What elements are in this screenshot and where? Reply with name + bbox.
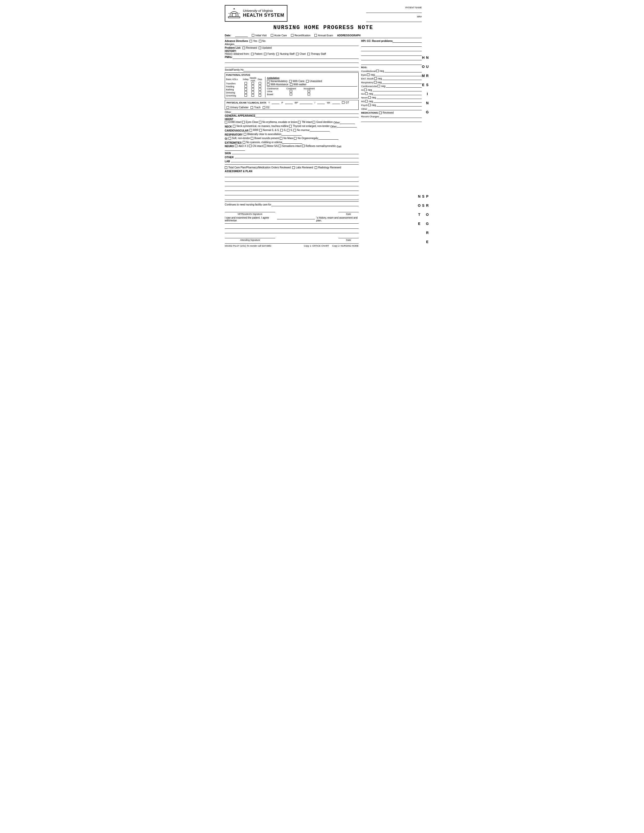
ros-ent-cb[interactable] [374,77,377,80]
total-care-plan-option[interactable]: Total Care Plan/Pharmacy/Medication Orde… [225,166,291,169]
amb-with-assistance-cb[interactable] [267,83,269,86]
source-patient[interactable]: Patient [251,53,262,55]
problem-reviewed[interactable]: Reviewed [242,47,257,49]
assessment-plan-line2[interactable] [225,178,359,182]
hpi-line5[interactable] [361,61,422,65]
amb-unassisted[interactable]: Unassisted [306,80,322,82]
source-family[interactable]: Family [264,53,275,55]
thyroid-cb[interactable] [289,125,292,127]
other-exam-field[interactable] [235,155,359,158]
source-nursing[interactable]: Nursing Staff [276,53,295,55]
general-appearance-field[interactable] [255,114,359,117]
ros-cardiovascular-cb[interactable] [378,85,380,87]
ros-psych-cb[interactable] [368,104,371,106]
amb-with-walker-cb[interactable] [290,83,293,86]
ros-ms-cb[interactable] [365,100,368,103]
ros-cardiovascular-field[interactable] [386,85,422,88]
date-input[interactable] [235,34,248,37]
np-sig-line[interactable] [225,208,275,212]
visit-initial[interactable]: Initial Visit [252,34,267,37]
pmhx-line2[interactable] [225,60,359,63]
amb-unassisted-cb[interactable] [306,80,309,82]
visit-annual-cb[interactable] [314,34,317,37]
ros-eyes-cb[interactable] [367,74,369,76]
pmhx-field[interactable] [233,56,359,59]
s1-cb[interactable] [280,129,283,132]
ros-constitutional-field[interactable] [385,69,422,72]
transfers-dep-cb[interactable] [259,82,261,85]
hpi-line3[interactable] [361,52,422,56]
labs-reviewed-cb[interactable] [292,166,295,169]
heent-other-field[interactable] [340,121,355,124]
ros-recent-changes-line2[interactable] [361,118,422,122]
radiology-reviewed-cb[interactable] [315,166,317,169]
hpi-line2[interactable] [361,48,422,51]
urinary-catheter-cb[interactable] [227,106,229,109]
cardiovascular-field[interactable] [310,129,330,132]
dressing-indep-cb[interactable] [245,91,247,94]
other-field[interactable] [231,111,359,114]
patient-name-field[interactable] [366,9,422,13]
ros-recent-changes-field[interactable] [380,115,422,118]
assessment-plan-line6[interactable] [225,196,359,200]
labs-reviewed-option[interactable]: Labs Reviewed [292,166,313,169]
total-care-plan-cb[interactable] [225,166,227,169]
extra-line1[interactable] [225,225,359,229]
tm-intact-cb[interactable] [298,121,301,124]
grooming-needs-cb[interactable] [251,94,254,96]
advance-yes-cb[interactable] [250,40,252,42]
amb-with-assistance[interactable]: With Assistance [267,83,288,86]
urinary-catheter-option[interactable]: Urinary Catheter [227,106,248,109]
feeding-indep-cb[interactable] [245,85,247,88]
bp-field2[interactable] [317,101,325,104]
assessment-plan-line1[interactable] [225,174,359,177]
skin-field[interactable] [232,151,359,154]
neuro-field[interactable] [225,148,245,151]
urine-continent-cb[interactable] [290,90,292,92]
ros-other-field[interactable] [368,107,422,110]
mra-field[interactable] [366,18,422,22]
bp-field[interactable] [300,101,312,104]
feeding-needs-cb[interactable] [251,85,254,88]
gt-cb[interactable] [342,101,345,104]
neck-other-field[interactable] [336,124,357,127]
transfers-indep-cb[interactable] [245,82,247,85]
neck-sym-cb[interactable] [233,125,235,127]
amb-with-walker[interactable]: With walker [290,83,307,86]
ros-neuro-field[interactable] [377,96,422,99]
ros-eyes-field[interactable] [375,73,422,76]
good-dentition-cb[interactable] [313,121,315,124]
no-cyanosis-cb[interactable] [243,141,245,144]
np-date-line[interactable] [338,208,359,212]
ros-constitutional-cb[interactable] [376,70,379,72]
amb-nonambulatory-cb[interactable] [267,80,269,82]
visit-recert[interactable]: Recertification [291,34,311,37]
normal-s-cb[interactable] [259,129,262,132]
gt-option[interactable]: GT [342,101,349,104]
visit-acute[interactable]: Acute Care [271,34,287,37]
feeding-dep-cb[interactable] [259,85,261,88]
ros-gu-field[interactable] [374,92,422,95]
soft-cb[interactable] [229,137,231,140]
bathing-indep-cb[interactable] [245,88,247,91]
no-murmur-cb[interactable] [293,129,296,132]
source-therapy-cb[interactable] [308,53,310,55]
attestation-name-field[interactable] [277,216,315,219]
amb-nonambulatory[interactable]: Nonambulatory [267,80,288,82]
advance-yes[interactable]: Yes [250,40,257,42]
source-chart-cb[interactable] [296,53,298,55]
advance-no-cb[interactable] [259,40,261,42]
pmhx-line3[interactable] [225,64,359,68]
no-erythema-cb[interactable] [259,121,261,124]
ros-gi-field[interactable] [372,88,422,92]
visit-acute-cb[interactable] [271,34,273,37]
grooming-dep-cb[interactable] [259,94,261,96]
reflexes-cb[interactable] [302,145,304,147]
attending-date-line[interactable] [338,234,359,238]
problem-updated-cb[interactable] [259,47,261,49]
source-therapy[interactable]: Therapy Staff [308,53,326,55]
problem-reviewed-cb[interactable] [242,47,245,49]
urine-incontinent-cb[interactable] [308,90,310,92]
bathing-dep-cb[interactable] [259,88,261,91]
hpi-line1[interactable] [361,43,422,47]
